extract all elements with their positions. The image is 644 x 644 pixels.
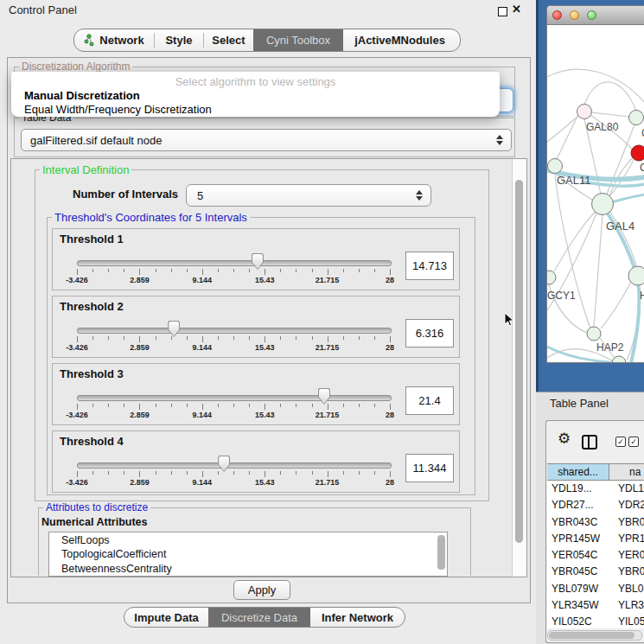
cell-shared-name[interactable]: YDR27... [547,497,609,513]
threshold-title: Threshold 3 [60,367,124,380]
tab-jactivemnodules[interactable]: jActiveMNodules [343,29,456,51]
table-horizontal-scrollbar[interactable] [547,630,642,641]
cell-shared-name[interactable]: YIL052C [547,614,609,628]
table-row[interactable]: YPR145WYPR14 [547,531,644,547]
table-data-combobox[interactable]: galFiltered.sif default node [21,129,512,151]
network-nodes[interactable] [547,105,644,363]
cell-shared-name[interactable]: YER054C [547,547,609,564]
dropdown-item-manual[interactable]: Manual Discretization [24,89,140,102]
table-row[interactable]: YBR045CYBR04 [547,564,644,580]
tab-discretize-data[interactable]: Discretize Data [208,608,310,627]
svg-text:H: H [640,290,644,302]
threshold-value[interactable]: 14.713 [405,252,454,280]
control-panel-title: Control Panel [9,3,77,16]
slider-thumb[interactable] [218,456,230,472]
cell-shared-name[interactable]: YBL079W [547,581,609,597]
table-row[interactable]: YIL052CYIL05 [547,614,644,628]
checkbox-icon[interactable]: ✓ [628,437,639,447]
cell-shared-name[interactable]: YLR345W [547,597,609,614]
tab-cyni-toolbox-label: Cyni Toolbox [266,34,330,47]
node-red[interactable] [631,145,644,161]
network-window-titlebar[interactable] [547,6,644,25]
node-ga[interactable] [629,111,644,125]
apply-button[interactable]: Apply [233,580,290,600]
tab-impute-data[interactable]: Impute Data [124,608,208,627]
table-row[interactable]: YBL079WYBL07 [547,581,644,597]
threshold-title: Threshold 2 [60,300,124,313]
node-gcy1[interactable] [547,271,556,284]
minimize-traffic-light[interactable] [570,10,579,20]
table-row[interactable]: YBR043CYBR04 [547,514,644,531]
bottom-tab-bar: Impute Data Discretize Data Infer Networ… [124,607,405,628]
dropdown-item-equal-width[interactable]: Equal Width/Frequency Discretization [24,103,212,116]
threshold-value[interactable]: 11.344 [405,454,454,482]
tab-style[interactable]: Style [155,29,203,51]
column-header-name[interactable]: na [609,464,644,480]
threshold-box: Threshold 4 -3.4262.8599.14415.4321.7152… [52,430,460,493]
cell-name[interactable]: YBL07 [609,581,644,597]
cell-name[interactable]: YDR27 [609,497,644,513]
columns-icon[interactable] [582,435,597,450]
threshold-slider[interactable] [77,462,392,469]
tab-network[interactable]: Network [74,29,154,51]
select-columns-icons[interactable]: ✓ ✓ [615,437,639,447]
table-data-combobox-value: galFiltered.sif default node [22,134,496,147]
threshold-slider[interactable] [77,395,392,401]
hscrollbar-thumb[interactable] [549,632,634,639]
mouse-cursor [504,312,515,328]
network-canvas[interactable]: GAL80 GA C GAL11 GAL4 GCY1 H HAP2 [547,25,644,362]
threshold-value[interactable]: 6.316 [405,319,454,348]
network-graph: GAL80 GA C GAL11 GAL4 GCY1 H HAP2 [547,25,644,362]
threshold-value[interactable]: 21.4 [405,386,454,415]
combo-arrows-icon [496,135,503,145]
close-traffic-light[interactable] [552,10,562,20]
node-hap2[interactable] [587,327,601,341]
cell-shared-name[interactable]: YBR043C [547,514,609,531]
slider-thumb[interactable] [318,388,330,405]
cell-name[interactable]: YIL05 [609,614,644,628]
network-icon [84,34,94,47]
node-gal11[interactable] [548,159,563,174]
tab-cyni-toolbox[interactable]: Cyni Toolbox [253,29,343,51]
list-scrollbar-thumb[interactable] [437,535,445,570]
cell-shared-name[interactable]: YBR045C [547,564,609,580]
cell-shared-name[interactable]: YPR145W [547,531,609,547]
node-h[interactable] [628,266,644,285]
tab-infer-network-label: Infer Network [322,611,393,624]
attribute-list-item[interactable]: TopologicalCoefficient [49,547,447,561]
table-row[interactable]: YER054CYER05 [547,547,644,564]
float-window-icon[interactable] [498,7,507,16]
slider-thumb[interactable] [252,253,264,270]
numerical-attributes-list[interactable]: SelfLoopsTopologicalCoefficientBetweenne… [48,532,448,577]
cell-name[interactable]: YLR34 [609,597,644,614]
threshold-slider[interactable] [77,328,392,334]
cell-name[interactable]: YPR14 [609,531,644,547]
threshold-slider[interactable] [77,260,392,266]
settings-vertical-scrollbar[interactable] [512,159,526,577]
gear-icon[interactable]: ⚙ [558,431,571,446]
slider-thumb[interactable] [168,321,180,337]
tab-select-label: Select [212,34,245,47]
cell-shared-name[interactable]: YDL19... [547,481,609,497]
network-edges [547,69,644,360]
tab-infer-network[interactable]: Infer Network [310,608,405,627]
cell-name[interactable]: YBR04 [609,514,644,531]
checkbox-icon[interactable]: ✓ [615,437,626,447]
node-gal4[interactable] [592,194,614,215]
cell-name[interactable]: YBR04 [609,564,644,580]
dropdown-placeholder-item[interactable]: Select algorithm to view settings [11,75,500,88]
table-row[interactable]: YDL19...YDL19 [547,481,644,497]
close-icon[interactable]: ✕ [512,3,521,16]
tab-select[interactable]: Select [204,29,253,51]
cell-name[interactable]: YDL19 [609,481,644,497]
node-gal80[interactable] [577,105,592,119]
attribute-list-item[interactable]: SelfLoops [49,533,447,547]
zoom-traffic-light[interactable] [587,10,596,20]
table-row[interactable]: YDR27...YDR27 [547,497,644,513]
scrollbar-thumb[interactable] [515,180,523,543]
table-row[interactable]: YLR345WYLR34 [547,597,644,614]
column-header-shared[interactable]: shared... [547,464,609,480]
num-intervals-spinner[interactable]: 5 [186,184,431,207]
cell-name[interactable]: YER05 [609,547,644,564]
attribute-list-item[interactable]: BetweennessCentrality [49,562,447,576]
